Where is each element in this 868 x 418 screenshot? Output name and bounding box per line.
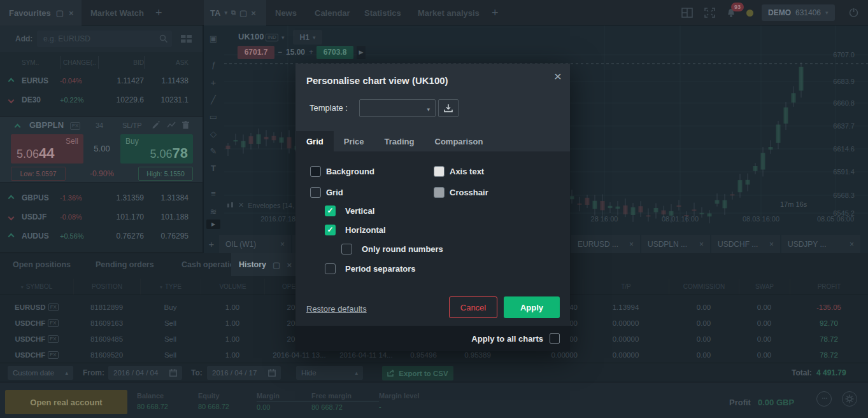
checkbox-only-round-numbers[interactable]	[341, 244, 352, 254]
col-ask[interactable]: ASK	[144, 56, 197, 69]
column-header[interactable]: TYPE	[140, 279, 201, 295]
from-date-input[interactable]: 2016 / 04 / 04	[108, 366, 182, 380]
buy-button[interactable]: Buy 5.0678	[120, 134, 193, 164]
layers-icon[interactable]: ≋	[204, 207, 223, 216]
close-icon[interactable]: ×	[287, 261, 292, 269]
chevron-down-icon[interactable]: ▾	[224, 10, 227, 16]
tab-calendar[interactable]: Calendar	[315, 0, 350, 25]
increase-icon[interactable]: +	[309, 48, 313, 57]
add-watchlist-tab-button[interactable]: +	[155, 0, 162, 25]
save-template-button[interactable]	[438, 99, 459, 117]
sell-button[interactable]: Sell 5.0644	[11, 134, 83, 164]
sltp-label[interactable]: SL/TP	[122, 122, 142, 129]
color-swatch-axis-text[interactable]	[434, 166, 445, 177]
to-date-input[interactable]: 2016 / 04 / 17	[207, 366, 281, 380]
cancel-button[interactable]: Cancel	[449, 296, 497, 318]
chart-type-icon[interactable]: ▣	[204, 34, 223, 43]
account-selector[interactable]: DEMO 631406 ▾	[762, 4, 835, 21]
color-swatch-background[interactable]	[310, 166, 321, 177]
checkbox-horizontal[interactable]	[325, 225, 336, 235]
close-icon[interactable]: ×	[769, 240, 774, 249]
search-input[interactable]	[37, 31, 172, 47]
support-chat-icon[interactable]	[816, 391, 832, 407]
decrease-icon[interactable]: −	[278, 48, 282, 57]
chart-icon[interactable]	[167, 122, 176, 129]
column-header[interactable]: T/P	[583, 279, 669, 295]
close-icon[interactable]: ×	[850, 240, 854, 249]
fibonacci-tool-icon[interactable]: ◇	[204, 130, 223, 138]
calendar-icon[interactable]	[268, 369, 276, 377]
tab-open-positions[interactable]: Open positions	[13, 253, 71, 276]
chart-tab[interactable]: USDPLN ...×	[641, 235, 710, 253]
maximize-icon[interactable]: ▢	[239, 9, 247, 17]
popout-icon[interactable]: ▢	[273, 261, 280, 269]
column-header[interactable]: PROFIT	[790, 279, 868, 295]
color-swatch-crosshair[interactable]	[434, 187, 445, 198]
trash-icon[interactable]	[182, 121, 189, 129]
add-object-icon[interactable]: +	[204, 78, 223, 87]
close-icon[interactable]: ×	[554, 69, 562, 84]
tab-grid[interactable]: Grid	[296, 131, 334, 151]
apply-button[interactable]: Apply	[504, 296, 560, 318]
quote-row[interactable]: GBPUS-1.36%1.313591.31384	[0, 188, 203, 207]
chart-tab[interactable]: OIL (W1)×	[219, 235, 291, 253]
popout-icon[interactable]: ▢	[56, 9, 64, 17]
filter-icon[interactable]	[160, 283, 162, 290]
buy-price-button[interactable]: 6703.8	[317, 46, 353, 59]
layout-icon[interactable]	[681, 8, 693, 18]
hide-select[interactable]: Hide▴	[296, 366, 363, 380]
indicators-icon[interactable]: ƒ	[204, 60, 223, 69]
edit-icon[interactable]	[152, 121, 160, 129]
quote-row[interactable]: AUDUS+0.56%0.762760.76295	[0, 226, 203, 246]
chart-symbol-label[interactable]: UK100	[238, 32, 264, 41]
tab-comparison[interactable]: Comparison	[425, 131, 494, 151]
filter-icon[interactable]	[21, 283, 24, 290]
tab-pending-orders[interactable]: Pending orders	[96, 253, 154, 276]
quote-row[interactable]: USDJF-0.08%101.170101.188	[0, 207, 203, 226]
open-real-account-button[interactable]: Open real account	[5, 390, 127, 414]
column-header[interactable]: VOLUME	[201, 279, 264, 295]
calendar-icon[interactable]	[169, 369, 177, 377]
close-icon[interactable]: ×	[699, 240, 704, 249]
quote-row[interactable]: DE30+0.22%10229.610231.1	[0, 90, 203, 109]
chart-tab[interactable]: EURUSD ...×	[571, 235, 640, 253]
add-chart-tab-button[interactable]: +	[492, 0, 499, 25]
tab-market-analysis[interactable]: Market analysis	[418, 0, 480, 25]
chevron-down-icon[interactable]: ▾	[281, 34, 285, 41]
sell-price-button[interactable]: 6701.7	[238, 46, 274, 59]
pencil-tool-icon[interactable]: ✎	[204, 147, 223, 155]
date-range-select[interactable]: Custom date▴	[8, 366, 73, 380]
symbol-label[interactable]: GBPPLN	[29, 120, 64, 130]
tab-trading[interactable]: Trading	[374, 131, 425, 151]
timeframe-selector[interactable]: H1 ▾	[293, 30, 322, 45]
expand-trade-panel-icon[interactable]: ▶	[357, 46, 366, 59]
remove-indicator-icon[interactable]: ✕	[238, 201, 244, 209]
tab-price[interactable]: Price	[334, 131, 374, 151]
checkbox-period-separators[interactable]	[325, 263, 336, 274]
tab-chart-ta[interactable]: TA ▾ ⧉ ▢ ×	[204, 0, 266, 25]
search-icon[interactable]	[159, 34, 168, 43]
col-change[interactable]: CHANGE(..	[60, 56, 98, 69]
checkbox-vertical[interactable]	[325, 206, 336, 216]
rectangle-tool-icon[interactable]: ▭	[204, 113, 223, 121]
col-bid[interactable]: BID	[98, 56, 144, 69]
close-icon[interactable]: ×	[251, 9, 256, 17]
col-symbol[interactable]: SYM..	[22, 56, 60, 69]
tab-statistics[interactable]: Statistics	[364, 0, 401, 25]
export-csv-button[interactable]: Export to CSV	[382, 366, 453, 380]
chart-tab[interactable]: USDJPY ...×	[781, 235, 860, 253]
popout-icon[interactable]: ⧉	[231, 10, 236, 16]
tab-news[interactable]: News	[275, 0, 297, 25]
tab-market-watch[interactable]: Market Watch	[82, 0, 153, 25]
settings-sliders-icon[interactable]: ≡	[204, 190, 223, 198]
close-icon[interactable]: ×	[69, 9, 74, 17]
column-header[interactable]: COMMISSION	[669, 279, 739, 295]
add-chart-button[interactable]: +	[205, 235, 218, 253]
trendline-tool-icon[interactable]: ╱	[204, 95, 223, 104]
template-select[interactable]: ▾	[359, 99, 436, 117]
column-header[interactable]: POSITION	[73, 279, 140, 295]
tab-favourites[interactable]: Favourites ▢ ×	[0, 0, 82, 25]
apply-all-checkbox[interactable]	[550, 333, 560, 344]
column-header[interactable]: SWAP	[739, 279, 790, 295]
restore-defaults-link[interactable]: Restore defaults	[306, 304, 367, 314]
